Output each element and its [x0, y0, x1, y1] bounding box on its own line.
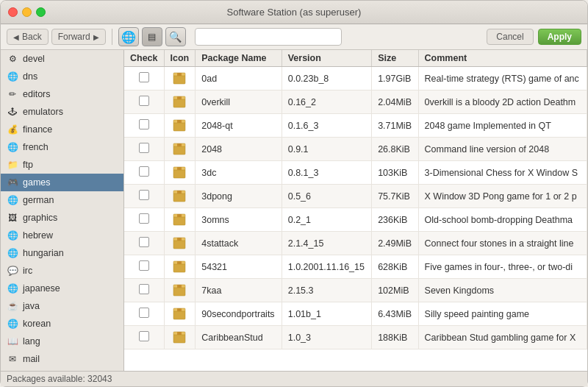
window-title: Software Station (as superuser) — [227, 7, 362, 18]
row-check-3dc[interactable] — [124, 161, 164, 185]
apply-button[interactable]: Apply — [538, 29, 581, 45]
row-name-0verkill: 0verkill — [196, 90, 282, 114]
package-table: CheckIconPackage NameVersionSizeComment … — [124, 50, 587, 349]
globe-view-button[interactable]: 🌐 — [118, 27, 139, 46]
statusbar: Packages available: 32043 — [1, 371, 587, 386]
row-check-0ad[interactable] — [124, 67, 164, 90]
list-view-button[interactable]: ▤ — [142, 27, 162, 46]
maximize-button[interactable] — [36, 7, 46, 17]
table-row[interactable]: 543211.0.2001.11.16_15628KiBFive games i… — [124, 255, 587, 279]
row-check-0verkill[interactable] — [124, 90, 164, 114]
forward-button[interactable]: Forward ▶ — [51, 29, 106, 45]
row-comment-2048: Command line version of 2048 — [418, 138, 587, 161]
package-table-container[interactable]: CheckIconPackage NameVersionSizeComment … — [124, 50, 587, 371]
sidebar-item-devel[interactable]: ⚙devel — [1, 50, 123, 68]
sidebar-item-java[interactable]: ☕java — [1, 297, 123, 315]
sidebar-item-french[interactable]: 🌐french — [1, 138, 123, 156]
row-check-2048-qt[interactable] — [124, 114, 164, 138]
table-row[interactable]: 0ad0.0.23b_81.97GiBReal-time strategy (R… — [124, 67, 587, 90]
checkbox-4stattack[interactable] — [139, 237, 149, 247]
sidebar-item-hebrew[interactable]: 🌐hebrew — [1, 227, 123, 244]
sidebar-item-games[interactable]: 🎮games — [1, 174, 123, 191]
svg-rect-12 — [173, 146, 185, 155]
sidebar-item-japanese[interactable]: 🌐japanese — [1, 280, 123, 297]
row-icon-7kaa — [164, 279, 196, 302]
row-icon-0ad — [164, 67, 196, 90]
checkbox-CaribbeanStud[interactable] — [139, 331, 149, 341]
col-header-size[interactable]: Size — [372, 50, 418, 67]
row-check-90secondportraits[interactable] — [124, 302, 164, 326]
col-header-check[interactable]: Check — [124, 50, 164, 67]
search-input[interactable] — [195, 28, 342, 46]
sidebar-item-editors[interactable]: ✏editors — [1, 85, 123, 103]
checkbox-0ad[interactable] — [139, 72, 149, 82]
package-icon — [171, 116, 187, 132]
svg-rect-44 — [173, 334, 185, 343]
checkbox-3dc[interactable] — [139, 166, 149, 177]
sidebar-item-ftp[interactable]: 📁ftp — [1, 156, 123, 174]
table-row[interactable]: 7kaa2.15.3102MiBSeven Kingdoms — [124, 279, 587, 302]
table-row[interactable]: 3dc0.8.1_3103KiB3-Dimensional Chess for … — [124, 161, 587, 185]
col-header-comment[interactable]: Comment — [418, 50, 587, 67]
row-size-3dpong: 75.7KiB — [372, 185, 418, 208]
checkbox-2048[interactable] — [139, 143, 149, 153]
row-comment-7kaa: Seven Kingdoms — [418, 279, 587, 302]
checkbox-90secondportraits[interactable] — [139, 308, 149, 318]
table-row[interactable]: 3omns0.2_1236KiBOld-school bomb-dropping… — [124, 208, 587, 232]
checkbox-0verkill[interactable] — [139, 96, 149, 106]
sidebar-icon-lang: 📖 — [7, 335, 18, 347]
col-header-version[interactable]: Version — [282, 50, 371, 67]
package-icon — [171, 258, 187, 274]
sidebar-label-ftp: ftp — [23, 160, 33, 170]
close-button[interactable] — [8, 7, 18, 17]
row-check-7kaa[interactable] — [124, 279, 164, 302]
table-row[interactable]: 2048-qt0.1.6_33.71MiB2048 game Implement… — [124, 114, 587, 138]
row-icon-3dc — [164, 161, 196, 185]
sidebar-item-lang[interactable]: 📖lang — [1, 333, 123, 350]
sidebar-item-finance[interactable]: 💰finance — [1, 121, 123, 138]
row-check-4stattack[interactable] — [124, 232, 164, 255]
table-row[interactable]: CaribbeanStud1.0_3188KiBCaribbean Stud g… — [124, 326, 587, 349]
row-check-3omns[interactable] — [124, 208, 164, 232]
svg-rect-20 — [173, 193, 185, 202]
toolbar: ◀ Back Forward ▶ 🌐 ▤ 🔍 Cancel Apply — [1, 24, 587, 50]
svg-rect-8 — [173, 122, 185, 131]
col-header-package-name[interactable]: Package Name — [196, 50, 282, 67]
row-check-54321[interactable] — [124, 255, 164, 279]
row-version-3omns: 0.2_1 — [282, 208, 371, 232]
back-button[interactable]: ◀ Back — [7, 29, 49, 45]
sidebar-item-korean[interactable]: 🌐korean — [1, 315, 123, 333]
checkbox-7kaa[interactable] — [139, 284, 149, 294]
table-row[interactable]: 0verkill0.16_22.04MiB0verkill is a blood… — [124, 90, 587, 114]
checkbox-2048-qt[interactable] — [139, 119, 149, 129]
sidebar-item-hungarian[interactable]: 🌐hungarian — [1, 244, 123, 262]
svg-rect-16 — [173, 169, 185, 178]
table-row[interactable]: 90secondportraits1.01b_16.43MiBSilly spe… — [124, 302, 587, 326]
row-check-2048[interactable] — [124, 138, 164, 161]
row-check-CaribbeanStud[interactable] — [124, 326, 164, 349]
cancel-button[interactable]: Cancel — [487, 29, 533, 45]
sidebar: ⚙devel🌐dns✏editors🕹emulators💰finance🌐fre… — [1, 50, 124, 371]
table-row[interactable]: 4stattack2.1.4_152.49MiBConnect four sto… — [124, 232, 587, 255]
sidebar-icon-french: 🌐 — [7, 141, 18, 153]
row-name-7kaa: 7kaa — [196, 279, 282, 302]
search-button[interactable]: 🔍 — [165, 27, 186, 46]
sidebar-item-emulators[interactable]: 🕹emulators — [1, 103, 123, 121]
checkbox-3dpong[interactable] — [139, 190, 149, 200]
table-row[interactable]: 3dpong0.5_675.7KiBX Window 3D Pong game … — [124, 185, 587, 208]
col-header-icon[interactable]: Icon — [164, 50, 196, 67]
sidebar-item-graphics[interactable]: 🖼graphics — [1, 209, 123, 227]
sidebar-item-mail[interactable]: ✉mail — [1, 350, 123, 368]
globe-icon: 🌐 — [121, 30, 136, 44]
checkbox-54321[interactable] — [139, 260, 149, 271]
sidebar-item-german[interactable]: 🌐german — [1, 191, 123, 209]
row-name-54321: 54321 — [196, 255, 282, 279]
minimize-button[interactable] — [22, 7, 32, 17]
checkbox-3omns[interactable] — [139, 213, 149, 224]
sidebar-item-dns[interactable]: 🌐dns — [1, 68, 123, 85]
sidebar-icon-japanese: 🌐 — [7, 283, 18, 294]
table-row[interactable]: 20480.9.126.8KiBCommand line version of … — [124, 138, 587, 161]
row-name-2048: 2048 — [196, 138, 282, 161]
row-check-3dpong[interactable] — [124, 185, 164, 208]
sidebar-item-irc[interactable]: 💬irc — [1, 262, 123, 280]
